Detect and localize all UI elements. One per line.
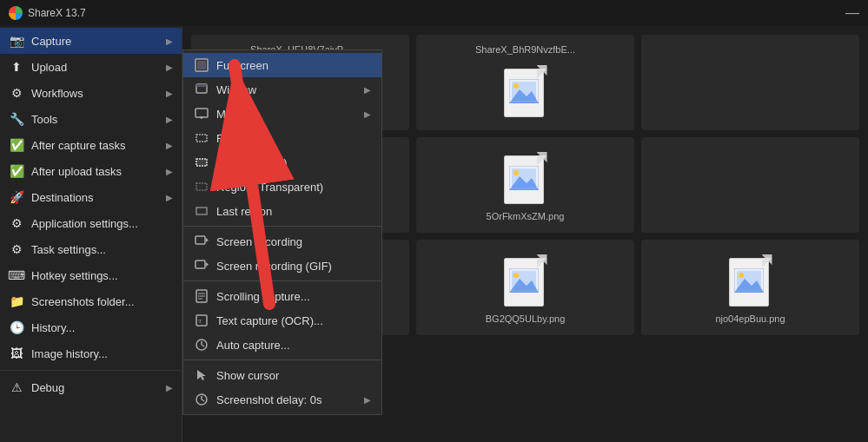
window-arrow-icon: ▶ <box>364 85 371 95</box>
file-icon <box>504 254 547 307</box>
submenu-item-screenshot-delay[interactable]: Screenshot delay: 0s ▶ <box>183 387 381 412</box>
history-icon: 🕒 <box>9 320 24 335</box>
submenu-item-window[interactable]: Window ▶ <box>183 77 381 102</box>
submenu-item-screen-recording-gif[interactable]: Screen recording (GIF) <box>183 254 381 278</box>
svg-point-7 <box>514 83 519 89</box>
sidebar-divider <box>0 370 182 371</box>
submenu-item-region[interactable]: Region <box>183 126 381 150</box>
scrolling-capture-icon <box>194 288 209 304</box>
svg-point-23 <box>514 273 519 278</box>
sidebar-item-capture[interactable]: 📷 Capture ▶ <box>0 28 182 54</box>
sidebar-item-screenshots-folder[interactable]: 📁 Screenshots folder... <box>0 288 182 314</box>
file-name-label: njo04epBuu.png <box>715 313 785 324</box>
minimize-button[interactable]: — <box>845 6 859 20</box>
tools-icon: 🔧 <box>9 111 24 127</box>
sidebar-label-screenshots-folder: Screenshots folder... <box>31 295 173 308</box>
after-capture-icon: ✅ <box>9 137 24 153</box>
sidebar-item-hotkey-settings[interactable]: ⌨ Hotkey settings... <box>0 262 182 288</box>
region-light-label: Region (Light) <box>216 156 371 169</box>
region-light-icon <box>194 155 209 170</box>
sidebar-item-app-settings[interactable]: ⚙ Application settings... <box>0 210 182 236</box>
titlebar: ShareX 13.7 — <box>0 0 868 26</box>
svg-rect-29 <box>197 61 206 69</box>
svg-marker-40 <box>206 238 209 242</box>
debug-arrow-icon: ▶ <box>166 383 173 393</box>
submenu-item-screen-recording[interactable]: Screen recording <box>183 229 381 254</box>
svg-rect-32 <box>195 109 208 117</box>
show-cursor-label: Show cursor <box>216 369 371 382</box>
submenu-item-region-transparent[interactable]: Region (Transparent) <box>183 175 381 199</box>
file-card-name: ShareX_BhR9NvzfbE... <box>425 44 626 55</box>
svg-rect-41 <box>195 261 205 268</box>
screen-recording-gif-icon <box>194 258 209 274</box>
file-name-label: BG2QQ5ULby.png <box>486 313 566 324</box>
sidebar-label-destinations: Destinations <box>31 191 166 204</box>
hotkey-icon: ⌨ <box>9 267 24 283</box>
submenu-divider2 <box>183 280 381 281</box>
sidebar-item-tools[interactable]: 🔧 Tools ▶ <box>0 106 182 132</box>
region-label: Region <box>216 132 371 145</box>
sidebar-item-image-history[interactable]: 🖼 Image history... <box>0 340 182 366</box>
submenu-item-monitor[interactable]: Monitor ▶ <box>183 102 381 126</box>
screen-recording-label: Screen recording <box>216 235 371 248</box>
sidebar-label-capture: Capture <box>31 35 166 48</box>
app-icon <box>9 6 23 20</box>
sidebar-item-task-settings[interactable]: ⚙ Task settings... <box>0 236 182 262</box>
file-icon <box>504 152 547 204</box>
file-card[interactable] <box>641 35 859 130</box>
workflows-arrow-icon: ▶ <box>166 89 173 98</box>
sidebar-label-debug: Debug <box>31 381 166 394</box>
monitor-icon <box>194 106 209 122</box>
capture-submenu: Fullscreen Window ▶ Monitor ▶ Region <box>182 49 382 415</box>
monitor-label: Monitor <box>216 108 364 121</box>
file-icon <box>504 65 547 117</box>
sidebar-item-after-capture[interactable]: ✅ After capture tasks ▶ <box>0 132 182 158</box>
submenu-divider3 <box>183 360 381 360</box>
fullscreen-label: Fullscreen <box>216 59 371 72</box>
screen-recording-icon <box>194 234 209 249</box>
screenshot-delay-label: Screenshot delay: 0s <box>216 393 364 406</box>
scrolling-capture-label: Scrolling capture... <box>216 290 371 303</box>
file-card[interactable]: 5OrFkmXsZM.png <box>416 137 634 233</box>
screenshot-delay-icon <box>194 392 209 407</box>
sidebar-label-upload: Upload <box>31 61 166 74</box>
image-history-icon: 🖼 <box>9 346 24 361</box>
auto-capture-icon <box>194 337 209 353</box>
submenu-item-auto-capture[interactable]: Auto capture... <box>183 333 381 357</box>
folder-icon: 📁 <box>9 294 24 309</box>
window-label: Window <box>216 83 364 96</box>
file-card[interactable] <box>641 137 859 233</box>
capture-icon: 📷 <box>9 33 24 49</box>
submenu-item-fullscreen[interactable]: Fullscreen <box>183 53 381 77</box>
file-card[interactable]: BG2QQ5ULby.png <box>416 240 634 335</box>
upload-icon: ⬆ <box>9 59 24 75</box>
svg-rect-39 <box>195 236 205 244</box>
file-card[interactable]: njo04epBuu.png <box>641 240 859 335</box>
capture-arrow-icon: ▶ <box>166 36 173 46</box>
after-upload-arrow-icon: ▶ <box>166 167 173 176</box>
submenu-item-scrolling-capture[interactable]: Scrolling capture... <box>183 284 381 308</box>
submenu-item-show-cursor[interactable]: Show cursor <box>183 363 381 387</box>
destinations-arrow-icon: ▶ <box>166 193 173 202</box>
file-card[interactable]: ShareX_BhR9NvzfbE... <box>416 35 634 130</box>
sidebar-item-workflows[interactable]: ⚙ Workflows ▶ <box>0 80 182 106</box>
submenu-item-text-capture[interactable]: T Text capture (OCR)... <box>183 308 381 333</box>
sidebar-label-tools: Tools <box>31 113 166 126</box>
sidebar-item-after-upload[interactable]: ✅ After upload tasks ▶ <box>0 158 182 184</box>
screen-recording-gif-label: Screen recording (GIF) <box>216 260 371 273</box>
svg-text:T: T <box>198 318 202 325</box>
region-transparent-icon <box>194 179 209 195</box>
sidebar-item-debug[interactable]: ⚠ Debug ▶ <box>0 374 182 400</box>
sidebar-item-history[interactable]: 🕒 History... <box>0 314 182 340</box>
sidebar-label-app-settings: Application settings... <box>31 217 173 230</box>
sidebar-label-hotkey: Hotkey settings... <box>31 269 173 282</box>
region-icon <box>194 130 209 146</box>
sidebar-item-destinations[interactable]: 🚀 Destinations ▶ <box>0 184 182 210</box>
titlebar-title: ShareX 13.7 <box>28 7 86 19</box>
app-settings-icon: ⚙ <box>9 215 24 231</box>
submenu-item-region-light[interactable]: Region (Light) <box>183 150 381 175</box>
show-cursor-icon <box>194 367 209 383</box>
sidebar-item-upload[interactable]: ⬆ Upload ▶ <box>0 54 182 80</box>
submenu-item-last-region[interactable]: Last region <box>183 199 381 223</box>
submenu-divider <box>183 226 381 227</box>
